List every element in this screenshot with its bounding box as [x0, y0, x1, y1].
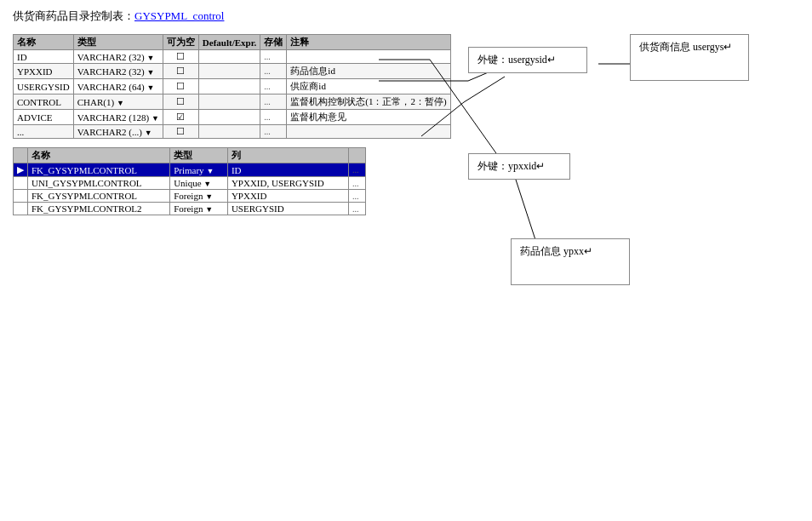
idx-dots: ...: [349, 163, 366, 177]
fk-usergysid-label: 外键：usergysid↵: [477, 54, 556, 66]
col-default: [198, 110, 260, 125]
col-default: [198, 64, 260, 79]
title-label: 供货商药品目录控制表：: [13, 9, 134, 22]
idx-col: YPXXID, USERGYSID: [227, 177, 348, 190]
idx-name: FK_GYSYPMLCONTROL2: [28, 203, 170, 215]
col-storage: ...: [260, 110, 287, 125]
row-indicator: ▶: [14, 163, 28, 177]
idx-header-name2: 名称: [28, 148, 170, 163]
idx-type: Foreign ▼: [170, 203, 228, 215]
page-title: 供货商药品目录控制表：GYSYPML_control: [13, 9, 799, 24]
col-storage: ...: [260, 94, 287, 110]
idx-header-col: 列: [227, 148, 348, 163]
row-indicator: [14, 190, 28, 203]
drug-info-label: 药品信息 ypxx↵: [520, 245, 592, 257]
idx-type: Foreign ▼: [170, 190, 228, 203]
col-nullable: ☐: [163, 50, 198, 64]
col-default: [198, 50, 260, 64]
col-nullable: ☑: [163, 110, 198, 125]
idx-col: ID: [227, 163, 348, 177]
col-header-default: Default/Expr.: [198, 35, 260, 50]
idx-dots: ...: [349, 177, 366, 190]
idx-type: Unique ▼: [170, 177, 228, 190]
col-default: [198, 79, 260, 94]
fk-ypxxid-label: 外键：ypxxid↵: [477, 160, 545, 172]
col-type: VARCHAR2 (64) ▼: [73, 79, 163, 94]
col-nullable: ☐: [163, 64, 198, 79]
col-header-storage: 存储: [260, 35, 287, 50]
col-header-name: 名称: [14, 35, 74, 50]
idx-header-type: 类型: [170, 148, 228, 163]
index-row: UNI_GYSYPMLCONTROL Unique ▼ YPXXID, USER…: [14, 177, 366, 190]
idx-name: FK_GYSYPMLCONTROL: [28, 163, 170, 177]
col-nullable: ☐: [163, 94, 198, 110]
svg-line-0: [421, 102, 464, 136]
col-type: CHAR(1) ▼: [73, 94, 163, 110]
col-header-nullable: 可为空: [163, 35, 198, 50]
title-link[interactable]: GYSYPML_control: [134, 9, 224, 22]
col-type: VARCHAR2 (32) ▼: [73, 64, 163, 79]
svg-line-1: [464, 77, 505, 102]
col-name: ...: [14, 125, 74, 139]
idx-type: Primary ▼: [170, 163, 228, 177]
idx-dots: ...: [349, 190, 366, 203]
col-storage: ...: [260, 64, 287, 79]
col-default: [198, 125, 260, 139]
col-name: ID: [14, 50, 74, 64]
col-name: ADVICE: [14, 110, 74, 125]
col-type: VARCHAR2 (32) ▼: [73, 50, 163, 64]
col-name: USERGYSID: [14, 79, 74, 94]
fk-usergysid-box: 外键：usergysid↵: [468, 47, 587, 73]
idx-col: USERGYSID: [227, 203, 348, 215]
idx-name: UNI_GYSYPMLCONTROL: [28, 177, 170, 190]
idx-dots: ...: [349, 203, 366, 215]
col-storage: ...: [260, 79, 287, 94]
index-row: ▶ FK_GYSYPMLCONTROL Primary ▼ ID ...: [14, 163, 366, 177]
idx-header-name: [14, 148, 28, 163]
col-nullable: ☐: [163, 125, 198, 139]
drug-info-box: 药品信息 ypxx↵: [511, 238, 630, 285]
col-type: VARCHAR2 (128) ▼: [73, 110, 163, 125]
col-default: [198, 94, 260, 110]
col-storage: ...: [260, 125, 287, 139]
col-name: YPXXID: [14, 64, 74, 79]
index-row: FK_GYSYPMLCONTROL Foreign ▼ YPXXID ...: [14, 190, 366, 203]
col-type: VARCHAR2 (...) ▼: [73, 125, 163, 139]
idx-header-dots: [349, 148, 366, 163]
col-storage: ...: [260, 50, 287, 64]
index-row: FK_GYSYPMLCONTROL2 Foreign ▼ USERGYSID .…: [14, 203, 366, 215]
supplier-info-label: 供货商信息 usergys↵: [639, 41, 732, 53]
idx-name: FK_GYSYPMLCONTROL: [28, 190, 170, 203]
idx-col: YPXXID: [227, 190, 348, 203]
index-table: 名称 类型 列 ▶ FK_GYSYPMLCONTROL Primary ▼ ID…: [13, 147, 366, 215]
row-indicator: [14, 177, 28, 190]
col-header-type: 类型: [73, 35, 163, 50]
col-name: CONTROL: [14, 94, 74, 110]
connector-lines: [379, 34, 812, 375]
supplier-info-box: 供货商信息 usergys↵: [630, 34, 749, 81]
fk-ypxxid-box: 外键：ypxxid↵: [468, 153, 570, 180]
col-nullable: ☐: [163, 79, 198, 94]
row-indicator: [14, 203, 28, 215]
svg-line-7: [430, 60, 502, 162]
